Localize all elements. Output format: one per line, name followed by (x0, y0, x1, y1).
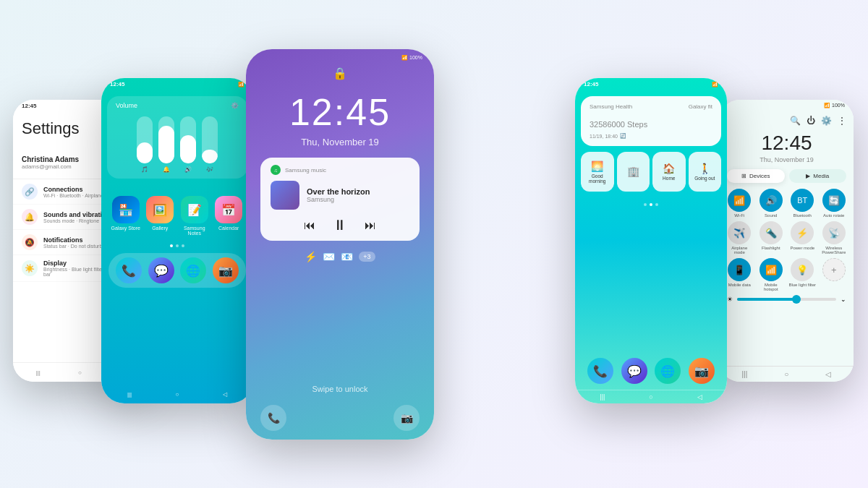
time-4: 12:45 (584, 81, 598, 87)
nav-back-4[interactable]: ||| (600, 393, 605, 401)
qs-tile-hotspot[interactable]: 📶 Mobile hotspot (757, 258, 786, 291)
notifications-icon: 🔕 (22, 234, 38, 250)
dock4-browser[interactable]: 🌐 (655, 358, 681, 384)
dock-phone[interactable]: 📞 (116, 257, 142, 283)
dock4-messages[interactable]: 💬 (621, 358, 647, 384)
flashlight-icon: 🔦 (760, 221, 783, 244)
tab-devices[interactable]: ⊞ Devices (727, 169, 785, 183)
status-bar-2: 12:45 📶 (101, 78, 253, 90)
qs-header: 🔍 ⏻ ⚙️ ⋮ (720, 111, 854, 130)
wifi-icon: 📶 (728, 189, 751, 212)
dock-browser[interactable]: 🌐 (180, 257, 206, 283)
health-subtitle: Galaxy fit (689, 103, 712, 110)
app-galaxy-store[interactable]: 🏪 Galaxy Store (110, 196, 142, 236)
dock-camera[interactable]: 📷 (213, 257, 239, 283)
sound-title: Sounds and vibration (43, 211, 110, 218)
volume-bar-4[interactable]: 🎶 (202, 116, 218, 173)
brightness-slider[interactable] (737, 298, 836, 301)
health-steps: 32586000 Steps (590, 113, 712, 132)
qs-grid: 📶 Wi-Fi 🔊 Sound BT Bluetooth 🔄 Auto rota… (720, 189, 854, 291)
qs-tile-powermode[interactable]: ⚡ Power mode (788, 221, 817, 254)
nav-recents-2[interactable]: ◁ (220, 389, 230, 399)
health-card: Samsung Health Galaxy fit 32586000 Steps… (581, 96, 721, 146)
lock-date: Thu, November 19 (301, 137, 379, 147)
settings-icon-qs[interactable]: ⚙️ (821, 116, 832, 126)
media-icon: ▶ (806, 173, 810, 179)
nav-home-4[interactable]: ○ (649, 393, 652, 401)
qs-tile-autorotate[interactable]: 🔄 Auto rotate (820, 189, 848, 218)
nav-recents-5[interactable]: ◁ (825, 370, 831, 378)
brightness-expand-icon[interactable]: ⌄ (841, 296, 846, 303)
nav-recents-4[interactable]: ◁ (697, 393, 702, 401)
qs-tile-mobiledata[interactable]: 📱 Mobile data (726, 258, 754, 291)
nav-bar-2: ||| ○ ◁ (101, 385, 253, 403)
going-out-icon: 🚶 (699, 163, 711, 174)
nav-back-5[interactable]: ||| (742, 370, 748, 378)
qs-tile-sound[interactable]: 🔊 Sound (757, 189, 786, 218)
hotspot-icon: 📶 (760, 258, 783, 281)
volume-bar-2[interactable]: 🔔 (158, 116, 174, 173)
qs-brightness: ☀ ⌄ (720, 291, 854, 307)
search-icon-qs[interactable]: 🔍 (790, 116, 801, 126)
calendar-icon: 📅 (215, 196, 242, 223)
status-icons-2: 📶 (238, 82, 244, 87)
qs-tile-bluetooth[interactable]: BT Bluetooth (788, 189, 817, 218)
dot-3 (182, 244, 184, 247)
qs-tile-powershare[interactable]: 📡 Wireless PowerShare (820, 221, 848, 254)
tile-building[interactable]: 🏢 (617, 152, 650, 192)
qs-tile-bluelight[interactable]: 💡 Blue light filter (788, 258, 817, 291)
phone4-dock: 📞 💬 🌐 📷 (575, 352, 727, 390)
prev-button[interactable]: ⏮ (304, 219, 315, 232)
notif-icon-1: ⚡ (305, 251, 317, 262)
volume-settings-icon[interactable]: ⚙️ (231, 102, 239, 109)
app-calendar[interactable]: 📅 Calendar (213, 196, 245, 236)
nav-back-1[interactable]: ||| (33, 367, 43, 377)
qs-tile-flashlight[interactable]: 🔦 Flashlight (757, 221, 786, 254)
lock-time: 12:45 (289, 90, 391, 134)
notif-badge: +3 (359, 252, 375, 262)
dot-4a (644, 203, 647, 206)
notification-icons: ⚡ ✉️ 📧 +3 (305, 251, 375, 262)
nav-bar-4: ||| ○ ◁ (575, 390, 727, 403)
phone-lockscreen: 📶 100% 🔒 12:45 Thu, November 19 ♫ Samsun… (246, 49, 434, 440)
nav-home-2[interactable]: ○ (172, 389, 182, 399)
volume-bar-3[interactable]: 🔊 (180, 116, 196, 173)
tab-media[interactable]: ▶ Media (789, 169, 847, 183)
nav-home-5[interactable]: ○ (784, 370, 788, 378)
status-icons-4: 📶 (712, 82, 718, 87)
samsung-music-icon: ♫ (271, 165, 281, 175)
phone-quicksettings: 📶 100% 🔍 ⏻ ⚙️ ⋮ 12:45 Thu, November 19 ⊞… (720, 100, 854, 382)
next-button[interactable]: ⏭ (365, 219, 376, 232)
music-card: ♫ Samsung music Over the horizon Samsung… (260, 158, 420, 241)
phone-health: 12:45 📶 Samsung Health Galaxy fit 325860… (575, 78, 727, 403)
lock-camera-icon[interactable]: 📷 (393, 405, 420, 431)
airplane-icon: ✈️ (728, 221, 751, 244)
tile-good-morning[interactable]: 🌅 Good morning (581, 152, 614, 192)
more-icon-qs[interactable]: ⋮ (838, 116, 846, 126)
dock4-camera[interactable]: 📷 (689, 358, 715, 384)
nav-back-2[interactable]: ||| (124, 389, 135, 399)
qs-tile-add[interactable]: + (820, 258, 848, 291)
notifications-subtitle: Status bar · Do not disturb (43, 244, 102, 249)
power-icon-qs[interactable]: ⏻ (807, 116, 815, 126)
notif-icon-2: ✉️ (323, 251, 335, 262)
app-notes[interactable]: 📝 Samsung Notes (179, 196, 210, 236)
bluelight-icon: 💡 (791, 258, 814, 281)
status-icons-3: 📶 100% (401, 55, 422, 61)
dock-messages[interactable]: 💬 (148, 257, 174, 283)
nav-home-1[interactable]: ○ (75, 367, 85, 377)
quick-tiles: 🌅 Good morning 🏢 🏠 Home 🚶 Going out (581, 152, 721, 192)
app-gallery[interactable]: 🖼️ Gallery (145, 196, 176, 236)
notif-icon-3: 📧 (341, 251, 353, 262)
tile-home[interactable]: 🏠 Home (652, 152, 686, 192)
qs-tile-airplane[interactable]: ✈️ Airplane mode (726, 221, 754, 254)
tile-going-out[interactable]: 🚶 Going out (689, 152, 722, 192)
dock4-phone[interactable]: 📞 (587, 358, 613, 384)
lock-phone-icon[interactable]: 📞 (260, 405, 286, 431)
play-pause-button[interactable]: ⏸ (333, 217, 347, 234)
volume-bar-1[interactable]: 🎵 (137, 116, 153, 173)
swipe-text: Swipe to unlock (312, 385, 367, 393)
building-icon: 🏢 (627, 166, 639, 177)
song-title: Over the horizon (307, 187, 370, 196)
qs-tile-wifi[interactable]: 📶 Wi-Fi (726, 189, 754, 218)
